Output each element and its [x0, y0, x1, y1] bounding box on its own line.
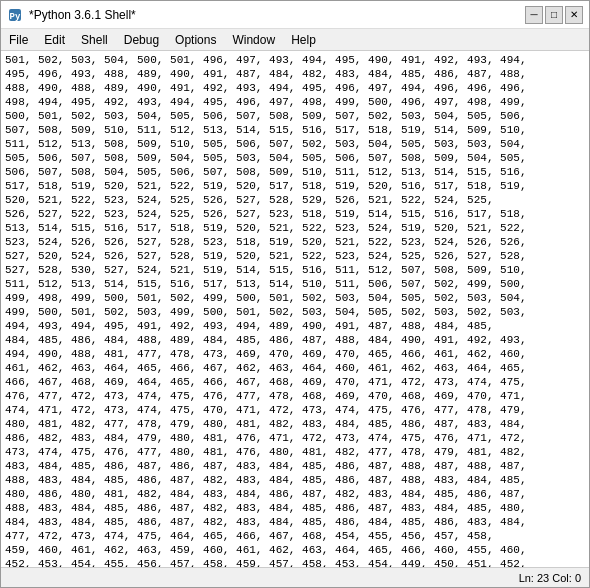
svg-text:Py: Py — [10, 12, 21, 22]
menu-bar: File Edit Shell Debug Options Window Hel… — [1, 29, 589, 51]
menu-help[interactable]: Help — [283, 31, 324, 49]
menu-shell[interactable]: Shell — [73, 31, 116, 49]
close-button[interactable]: ✕ — [565, 6, 583, 24]
minimize-button[interactable]: ─ — [525, 6, 543, 24]
menu-options[interactable]: Options — [167, 31, 224, 49]
window-title: *Python 3.6.1 Shell* — [29, 8, 136, 22]
maximize-button[interactable]: □ — [545, 6, 563, 24]
menu-debug[interactable]: Debug — [116, 31, 167, 49]
menu-file[interactable]: File — [1, 31, 36, 49]
menu-edit[interactable]: Edit — [36, 31, 73, 49]
cursor-position: Ln: 23 Col: 0 — [519, 572, 581, 584]
title-bar: Py *Python 3.6.1 Shell* ─ □ ✕ — [1, 1, 589, 29]
title-bar-left: Py *Python 3.6.1 Shell* — [7, 7, 136, 23]
main-window: Py *Python 3.6.1 Shell* ─ □ ✕ File Edit … — [0, 0, 590, 588]
title-controls: ─ □ ✕ — [525, 6, 583, 24]
python-icon: Py — [7, 7, 23, 23]
shell-output[interactable]: 501, 502, 503, 504, 500, 501, 496, 497, … — [1, 51, 589, 567]
menu-window[interactable]: Window — [224, 31, 283, 49]
content-area: 501, 502, 503, 504, 500, 501, 496, 497, … — [1, 51, 589, 567]
status-bar: Ln: 23 Col: 0 — [1, 567, 589, 587]
